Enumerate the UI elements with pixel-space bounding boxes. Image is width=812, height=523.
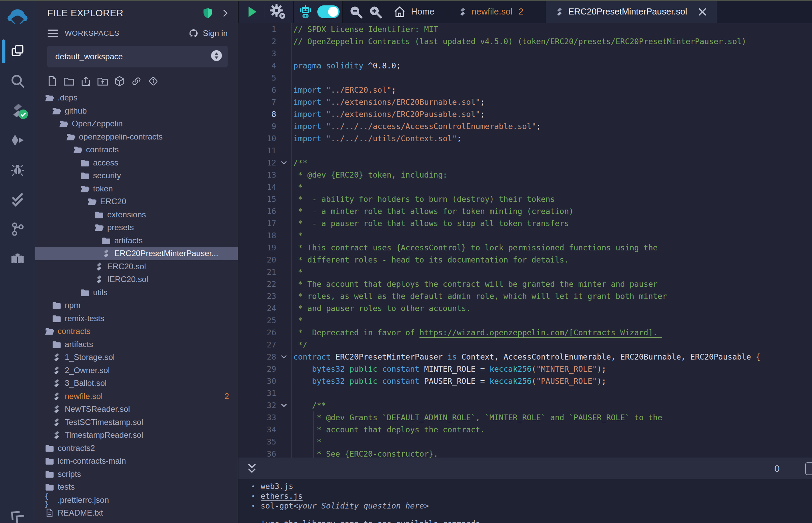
tree-item-npm[interactable]: npm <box>35 299 238 312</box>
line-number: 25 <box>239 314 276 327</box>
activity-item-unit-testing[interactable] <box>0 185 35 214</box>
indent-guide <box>295 278 295 290</box>
tab-home[interactable]: Home <box>393 0 434 23</box>
fold-chevron-icon[interactable] <box>276 351 292 363</box>
cube-icon[interactable] <box>114 75 125 87</box>
chevron-right-icon[interactable] <box>222 9 229 18</box>
tree-item-ierc20-sol[interactable]: IERC20.sol <box>35 273 238 286</box>
tree-item-artifacts[interactable]: artifacts <box>35 234 238 247</box>
tree-item-utils[interactable]: utils <box>35 286 238 299</box>
activity-item-solidity-compiler[interactable] <box>0 96 35 125</box>
run-script-button[interactable] <box>246 5 259 19</box>
upload-folder-icon[interactable] <box>97 75 108 87</box>
tree-item-2-owner-sol[interactable]: 2_Owner.sol <box>35 364 238 377</box>
script-config-gear-icon[interactable] <box>268 3 287 21</box>
remix-logo-icon[interactable] <box>0 0 35 36</box>
tree-item-readme-txt[interactable]: README.txt <box>35 506 238 520</box>
tree-item-label: presets <box>107 223 134 232</box>
shield-icon[interactable] <box>203 7 213 19</box>
fold-chevron-icon[interactable] <box>276 157 292 169</box>
line-number: 12 <box>239 157 276 169</box>
fold-gutter <box>276 169 292 181</box>
tree-item-openzeppelin[interactable]: OpenZeppelin <box>35 117 238 130</box>
sign-in-button[interactable]: Sign in <box>203 29 228 38</box>
folder-open-icon <box>94 223 104 232</box>
tree-item-contracts2[interactable]: contracts2 <box>35 442 238 455</box>
activity-item-plugin-manager[interactable] <box>0 244 35 274</box>
terminal-expand-chevrons-icon[interactable] <box>246 462 258 475</box>
tree-item-presets[interactable]: presets <box>35 221 238 234</box>
workspace-select[interactable]: default_workspace <box>47 46 228 67</box>
tree-item-github[interactable]: github <box>35 105 238 118</box>
tab-erc20presetminterpauser-sol[interactable]: ERC20PresetMinterPauser.sol <box>546 0 717 23</box>
code-line: 30 bytes32 public constant PAUSER_ROLE =… <box>239 375 812 387</box>
tree-item-extensions[interactable]: extensions <box>35 208 238 221</box>
tree-item-remix-tests[interactable]: remix-tests <box>35 312 238 325</box>
terminal-search-box-partial[interactable] <box>805 462 812 475</box>
tree-item-erc20[interactable]: ERC20 <box>35 195 238 208</box>
fold-chevron-icon[interactable] <box>276 399 292 412</box>
tree-item-1-storage-sol[interactable]: 1_Storage.sol <box>35 351 238 364</box>
remix-ide-window: FILE EXPLORER WORKSPACES Sign in <box>0 0 812 523</box>
tree-item-erc20-sol[interactable]: ERC20.sol <box>35 260 238 273</box>
upload-file-icon[interactable] <box>80 75 91 87</box>
indent-guide <box>295 412 295 423</box>
tree-item-tests[interactable]: tests <box>35 481 238 494</box>
tree-item--prettierrc-json[interactable]: { }.prettierrc.json <box>35 494 238 507</box>
select-updown-icon <box>211 50 222 64</box>
terminal-link[interactable]: web3.js <box>261 482 293 491</box>
tree-item-access[interactable]: access <box>35 156 238 169</box>
tree-item-openzeppelin-contracts[interactable]: openzeppelin-contracts <box>35 130 238 144</box>
activity-item-file-explorer[interactable] <box>0 36 35 66</box>
code-line: 10import "../../../utils/Context.sol"; <box>239 132 812 145</box>
github-icon[interactable] <box>188 28 199 39</box>
tree-item-contracts[interactable]: contracts <box>35 143 238 156</box>
solidity-file-icon <box>52 378 62 388</box>
tab-newfile-sol[interactable]: newfile.sol2 <box>451 0 531 23</box>
ai-robot-icon[interactable] <box>298 4 313 20</box>
new-folder-icon[interactable] <box>64 75 74 87</box>
activity-item-git[interactable] <box>0 214 35 244</box>
tree-item-testsctimestamp-sol[interactable]: TestSCTimestamp.sol <box>35 416 238 429</box>
tree-item--deps[interactable]: .deps <box>35 91 238 105</box>
link-icon[interactable] <box>131 75 142 87</box>
folder-open-icon <box>66 132 76 142</box>
tree-item-contracts[interactable]: contracts <box>35 325 238 338</box>
indent-guide <box>295 423 295 436</box>
fold-gutter <box>276 290 292 302</box>
tree-item-scripts[interactable]: scripts <box>35 468 238 481</box>
hamburger-menu-icon[interactable] <box>47 29 59 38</box>
code-line-text: import "../extensions/ERC20Pausable.sol"… <box>292 108 812 120</box>
code-line: 8import "../extensions/ERC20Pausable.sol… <box>239 108 812 120</box>
terminal-entry: •ethers.js <box>251 491 812 501</box>
line-number: 21 <box>239 266 276 278</box>
collapse-panel-icon[interactable] <box>7 509 25 523</box>
fold-gutter <box>276 205 292 217</box>
folder-open-icon <box>45 93 55 103</box>
home-icon <box>393 5 406 19</box>
git-clone-icon[interactable] <box>148 75 159 87</box>
close-tab-icon[interactable] <box>698 7 707 17</box>
activity-item-deploy-run[interactable] <box>0 125 35 155</box>
solidity-file-icon <box>94 262 104 271</box>
tree-item-label: utils <box>93 288 108 297</box>
tree-item-token[interactable]: token <box>35 182 238 196</box>
new-file-icon[interactable] <box>47 75 58 87</box>
zoom-in-icon[interactable] <box>368 4 383 19</box>
tree-item-security[interactable]: security <box>35 169 238 182</box>
ai-copilot-toggle[interactable] <box>317 5 339 18</box>
tree-item-3-ballot-sol[interactable]: 3_Ballot.sol <box>35 377 238 390</box>
tree-item-icm-contracts-main[interactable]: icm-contracts-main <box>35 455 238 468</box>
code-editor[interactable]: 1// SPDX-License-Identifier: MIT2// Open… <box>239 23 812 458</box>
tree-item-newfile-sol[interactable]: newfile.sol2 <box>35 390 238 403</box>
activity-item-debugger[interactable] <box>0 155 35 185</box>
workspaces-row: WORKSPACES Sign in <box>35 25 238 41</box>
zoom-out-icon[interactable] <box>348 4 363 19</box>
code-line: 31 <box>239 387 812 399</box>
activity-item-search[interactable] <box>0 66 35 96</box>
tree-item-timestampreader-sol[interactable]: TimestampReader.sol <box>35 429 238 442</box>
tree-item-erc20presetminterpauser-[interactable]: ERC20PresetMinterPauser... <box>35 247 238 260</box>
tree-item-newtsreader-sol[interactable]: NewTSReader.sol <box>35 403 238 416</box>
tree-item-artifacts[interactable]: artifacts <box>35 338 238 351</box>
terminal-link[interactable]: ethers.js <box>261 491 303 501</box>
